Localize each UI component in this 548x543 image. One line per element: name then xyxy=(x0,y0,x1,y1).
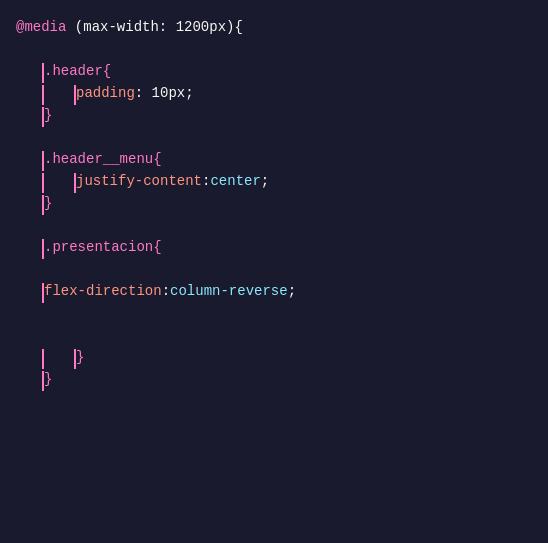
line-blank-1 xyxy=(0,40,548,62)
flex-direction-colon: : xyxy=(162,283,170,303)
line-blank-5 xyxy=(0,304,548,326)
editor-content: @media (max-width: 1200px){ .header{ pad… xyxy=(0,10,548,392)
justify-content-property: justify-content xyxy=(76,173,202,193)
line-header-selector: .header{ xyxy=(0,62,548,84)
line-blank-6 xyxy=(0,326,548,348)
line-header-menu-selector: .header__menu{ xyxy=(0,150,548,172)
flex-direction-property: flex-direction xyxy=(44,283,162,303)
outer-close-brace: } xyxy=(44,371,52,391)
line-media: @media (max-width: 1200px){ xyxy=(0,18,548,40)
line-inner-close: } xyxy=(0,348,548,370)
line-outer-close: } xyxy=(0,370,548,392)
line-blank-2 xyxy=(0,128,548,150)
presentacion-class: .presentacion{ xyxy=(44,239,162,259)
inner-close-brace: } xyxy=(76,349,84,369)
code-editor: @media (max-width: 1200px){ .header{ pad… xyxy=(0,0,548,543)
media-condition: (max-width: 1200px){ xyxy=(66,19,242,35)
header-class-selector: .header{ xyxy=(44,63,111,83)
line-presentacion-selector: .presentacion{ xyxy=(0,238,548,260)
header-menu-close-brace: } xyxy=(44,195,52,215)
line-flex-direction: flex-direction: column-reverse; xyxy=(0,282,548,304)
at-media-keyword: @media xyxy=(16,19,66,35)
line-justify: justify-content: center; xyxy=(0,172,548,194)
justify-semicolon: ; xyxy=(261,173,269,193)
justify-colon: : xyxy=(202,173,210,193)
center-value: center xyxy=(210,173,260,193)
line-blank-3 xyxy=(0,216,548,238)
flex-direction-semicolon: ; xyxy=(288,283,296,303)
padding-property: padding xyxy=(76,85,135,105)
column-reverse-value: column-reverse xyxy=(170,283,288,303)
line-blank-4 xyxy=(0,260,548,282)
line-header-menu-close: } xyxy=(0,194,548,216)
line-padding: padding: 10px; xyxy=(0,84,548,106)
header-menu-class: .header__menu{ xyxy=(44,151,162,171)
header-close-brace: } xyxy=(44,107,52,127)
line-header-close: } xyxy=(0,106,548,128)
padding-colon: : 10px; xyxy=(135,85,194,105)
